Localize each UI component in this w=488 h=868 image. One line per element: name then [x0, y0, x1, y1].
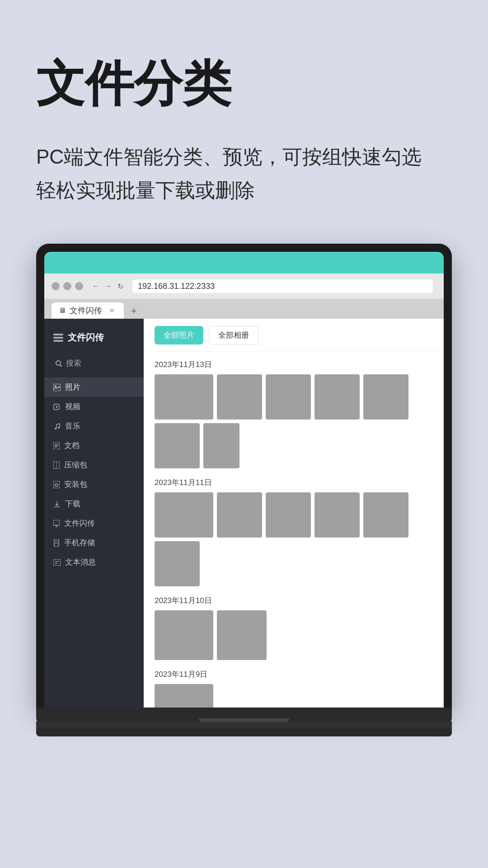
- sidebar-title: 文件闪传: [68, 331, 104, 344]
- nav-storage-label: 手机存储: [64, 538, 95, 548]
- browser-tab-active[interactable]: 🖥 文件闪传 ✕: [52, 302, 124, 319]
- sidebar-item-flash[interactable]: 文件闪传: [44, 514, 144, 533]
- laptop-base: [36, 708, 452, 722]
- thumb[interactable]: [155, 610, 213, 660]
- svg-rect-5: [53, 384, 61, 391]
- nav-flash-label: 文件闪传: [64, 518, 95, 528]
- svg-rect-26: [53, 559, 61, 566]
- thumb[interactable]: [314, 374, 360, 420]
- laptop-foot: [36, 727, 452, 736]
- sidebar-search-row: 搜索: [44, 353, 144, 377]
- thumb[interactable]: [203, 423, 239, 468]
- page-container: 文件分类 PC端文件智能分类、预览，可按组快速勾选 轻松实现批量下载或删除 ← …: [0, 0, 488, 868]
- date-group-nov9: 2023年11月9日: [155, 669, 433, 708]
- thumb[interactable]: [266, 374, 311, 420]
- photos-icon: [53, 384, 61, 391]
- thumb[interactable]: [363, 492, 408, 538]
- photo-grid-area[interactable]: 2023年11月13日: [144, 352, 444, 708]
- thumb[interactable]: [155, 541, 200, 586]
- nav-text-label: 文本消息: [65, 557, 96, 567]
- date-label-nov11: 2023年11月11日: [155, 477, 433, 488]
- svg-rect-17: [53, 481, 60, 488]
- laptop-screen-bezel: ← → ↻ 192.168.31.122:2333 🖥 文件闪传 ✕: [44, 252, 444, 708]
- nav-download-label: 下载: [65, 499, 80, 509]
- photo-row-nov13: [155, 374, 433, 468]
- date-label-nov10: 2023年11月10日: [155, 595, 433, 606]
- thumb[interactable]: [155, 423, 200, 468]
- download-icon: [53, 500, 61, 508]
- browser-btn-2: [63, 282, 71, 290]
- tab-new-button[interactable]: +: [127, 303, 141, 319]
- sidebar: 文件闪传 搜索: [44, 319, 144, 708]
- sidebar-item-music[interactable]: 音乐: [44, 416, 144, 436]
- storage-icon: [53, 539, 60, 547]
- thumb[interactable]: [217, 374, 262, 420]
- nav-videos-label: 视频: [65, 401, 80, 412]
- photo-row-nov9: [155, 684, 433, 708]
- svg-point-18: [55, 484, 58, 486]
- svg-rect-2: [53, 340, 63, 342]
- browser-bar: ← → ↻ 192.168.31.122:2333: [44, 274, 444, 299]
- nav-photos-label: 照片: [65, 382, 80, 392]
- thumb[interactable]: [217, 492, 262, 538]
- url-text: 192.168.31.122:2333: [138, 282, 215, 291]
- thumb[interactable]: [363, 374, 408, 420]
- tab-label: 文件闪传: [70, 305, 102, 316]
- laptop-mockup: ← → ↻ 192.168.31.122:2333 🖥 文件闪传 ✕: [36, 244, 452, 736]
- videos-icon: [53, 403, 61, 410]
- nav-zip-label: 压缩包: [64, 460, 87, 470]
- thumb[interactable]: [155, 684, 213, 708]
- sidebar-item-text[interactable]: 文本消息: [44, 552, 144, 572]
- btn-all-photos[interactable]: 全部照片: [155, 326, 203, 344]
- sidebar-item-photos[interactable]: 照片: [44, 377, 144, 397]
- svg-rect-0: [53, 334, 63, 335]
- docs-icon: [53, 442, 60, 449]
- main-content: 全部照片 全部相册 2023年11月13日: [144, 319, 444, 708]
- svg-rect-1: [53, 337, 63, 339]
- page-title: 文件分类: [36, 54, 452, 113]
- thumb[interactable]: [217, 610, 267, 660]
- photo-row-nov11: [155, 492, 433, 586]
- svg-line-4: [60, 365, 62, 367]
- tab-close-icon[interactable]: ✕: [109, 307, 115, 314]
- sidebar-header: 文件闪传: [44, 326, 144, 353]
- text-icon: [53, 559, 61, 566]
- nav-reload: ↻: [116, 282, 125, 291]
- date-label-nov13: 2023年11月13日: [155, 359, 433, 370]
- thumb[interactable]: [314, 492, 360, 538]
- music-icon: [53, 423, 61, 430]
- sidebar-item-videos[interactable]: 视频: [44, 397, 144, 416]
- sidebar-item-zip[interactable]: 压缩包: [44, 455, 144, 475]
- laptop-outer: ← → ↻ 192.168.31.122:2333 🖥 文件闪传 ✕: [36, 244, 452, 708]
- zip-icon: [53, 462, 60, 469]
- svg-point-6: [55, 385, 56, 387]
- svg-point-3: [56, 361, 61, 365]
- thumb[interactable]: [155, 492, 213, 538]
- nav-apk-label: 安装包: [64, 479, 87, 490]
- nav-music-label: 音乐: [65, 421, 80, 431]
- description-line2: 轻松实现批量下载或删除: [36, 179, 255, 201]
- laptop-stand: [36, 721, 452, 727]
- description-line1: PC端文件智能分类、预览，可按组快速勾选: [36, 146, 422, 168]
- browser-url-bar[interactable]: 192.168.31.122:2333: [132, 279, 433, 293]
- app-header-bar: [44, 252, 444, 274]
- svg-rect-20: [53, 520, 60, 525]
- search-label: 搜索: [66, 358, 81, 368]
- sidebar-item-download[interactable]: 下载: [44, 494, 144, 514]
- btn-all-albums[interactable]: 全部相册: [209, 326, 258, 344]
- browser-tab-bar: 🖥 文件闪传 ✕ +: [44, 299, 444, 319]
- date-group-nov11: 2023年11月11日: [155, 477, 433, 586]
- flash-icon: [53, 520, 60, 527]
- thumb[interactable]: [155, 374, 213, 420]
- date-label-nov9: 2023年11月9日: [155, 669, 433, 679]
- svg-rect-25: [55, 543, 58, 544]
- nav-back: ←: [90, 282, 101, 290]
- photo-row-nov10: [155, 610, 433, 660]
- browser-btn-3: [75, 282, 83, 290]
- sidebar-item-apk[interactable]: 安装包: [44, 475, 144, 494]
- sidebar-item-storage[interactable]: 手机存储: [44, 533, 144, 552]
- svg-marker-8: [56, 406, 58, 408]
- page-description: PC端文件智能分类、预览，可按组快速勾选 轻松实现批量下载或删除: [36, 140, 452, 208]
- thumb[interactable]: [266, 492, 311, 538]
- sidebar-item-docs[interactable]: 文档: [44, 436, 144, 455]
